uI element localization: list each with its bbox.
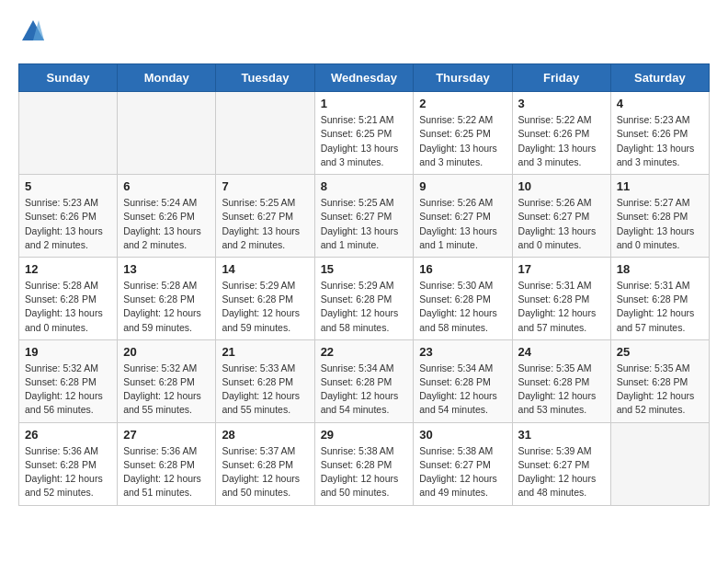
calendar-cell: 2Sunrise: 5:22 AM Sunset: 6:25 PM Daylig… [414,92,512,175]
calendar-week-row: 1Sunrise: 5:21 AM Sunset: 6:25 PM Daylig… [19,92,710,175]
calendar-cell: 23Sunrise: 5:34 AM Sunset: 6:28 PM Dayli… [414,339,512,422]
day-info: Sunrise: 5:25 AM Sunset: 6:27 PM Dayligh… [222,196,308,252]
calendar-cell [610,422,709,505]
calendar-header-wednesday: Wednesday [314,64,414,92]
day-number: 10 [518,179,605,193]
day-number: 31 [518,428,605,442]
calendar-cell: 13Sunrise: 5:28 AM Sunset: 6:28 PM Dayli… [118,257,216,339]
calendar-cell: 9Sunrise: 5:26 AM Sunset: 6:27 PM Daylig… [414,175,512,258]
day-info: Sunrise: 5:21 AM Sunset: 6:25 PM Dayligh… [321,113,408,169]
calendar-cell: 16Sunrise: 5:30 AM Sunset: 6:28 PM Dayli… [414,257,512,339]
calendar-cell: 8Sunrise: 5:25 AM Sunset: 6:27 PM Daylig… [314,175,414,258]
calendar-cell: 14Sunrise: 5:29 AM Sunset: 6:28 PM Dayli… [216,257,314,339]
calendar-cell [216,92,314,175]
calendar-cell: 22Sunrise: 5:34 AM Sunset: 6:28 PM Dayli… [314,339,414,422]
calendar-cell: 1Sunrise: 5:21 AM Sunset: 6:25 PM Daylig… [314,92,414,175]
calendar-header-sunday: Sunday [19,64,118,92]
calendar-cell: 25Sunrise: 5:35 AM Sunset: 6:28 PM Dayli… [610,339,709,422]
day-info: Sunrise: 5:32 AM Sunset: 6:28 PM Dayligh… [25,362,111,418]
day-info: Sunrise: 5:32 AM Sunset: 6:28 PM Dayligh… [123,362,210,418]
calendar-cell: 20Sunrise: 5:32 AM Sunset: 6:28 PM Dayli… [118,339,216,422]
calendar-week-row: 5Sunrise: 5:23 AM Sunset: 6:26 PM Daylig… [19,175,710,258]
calendar-cell [19,92,118,175]
day-info: Sunrise: 5:29 AM Sunset: 6:28 PM Dayligh… [321,279,408,335]
calendar-header-row: SundayMondayTuesdayWednesdayThursdayFrid… [19,64,710,92]
day-info: Sunrise: 5:37 AM Sunset: 6:28 PM Dayligh… [222,444,308,500]
day-info: Sunrise: 5:25 AM Sunset: 6:27 PM Dayligh… [321,196,408,252]
day-number: 6 [123,179,210,193]
day-number: 13 [123,262,210,276]
day-info: Sunrise: 5:38 AM Sunset: 6:27 PM Dayligh… [419,444,506,500]
calendar-cell: 29Sunrise: 5:38 AM Sunset: 6:28 PM Dayli… [314,422,414,505]
day-number: 1 [321,97,408,110]
calendar-cell: 6Sunrise: 5:24 AM Sunset: 6:26 PM Daylig… [118,175,216,258]
day-number: 22 [321,345,408,359]
day-number: 8 [321,179,408,193]
day-info: Sunrise: 5:33 AM Sunset: 6:28 PM Dayligh… [222,362,308,418]
calendar-week-row: 19Sunrise: 5:32 AM Sunset: 6:28 PM Dayli… [19,339,710,422]
calendar-cell: 18Sunrise: 5:31 AM Sunset: 6:28 PM Dayli… [610,257,709,339]
day-number: 29 [321,428,408,442]
day-number: 26 [25,428,111,442]
day-info: Sunrise: 5:36 AM Sunset: 6:28 PM Dayligh… [25,444,111,500]
day-info: Sunrise: 5:22 AM Sunset: 6:26 PM Dayligh… [518,113,605,169]
day-number: 16 [419,262,506,276]
logo-icon [20,18,46,44]
day-info: Sunrise: 5:38 AM Sunset: 6:28 PM Dayligh… [321,444,408,500]
calendar-header-thursday: Thursday [414,64,512,92]
calendar-week-row: 12Sunrise: 5:28 AM Sunset: 6:28 PM Dayli… [19,257,710,339]
day-info: Sunrise: 5:26 AM Sunset: 6:27 PM Dayligh… [518,196,605,252]
day-number: 9 [419,179,506,193]
day-number: 17 [518,262,605,276]
day-info: Sunrise: 5:28 AM Sunset: 6:28 PM Dayligh… [123,279,210,335]
day-number: 5 [25,179,111,193]
day-number: 15 [321,262,408,276]
calendar-cell: 28Sunrise: 5:37 AM Sunset: 6:28 PM Dayli… [216,422,314,505]
day-info: Sunrise: 5:22 AM Sunset: 6:25 PM Dayligh… [419,113,506,169]
day-info: Sunrise: 5:24 AM Sunset: 6:26 PM Dayligh… [123,196,210,252]
calendar-header-tuesday: Tuesday [216,64,314,92]
calendar-cell: 4Sunrise: 5:23 AM Sunset: 6:26 PM Daylig… [610,92,709,175]
calendar-cell: 24Sunrise: 5:35 AM Sunset: 6:28 PM Dayli… [512,339,610,422]
calendar-cell: 17Sunrise: 5:31 AM Sunset: 6:28 PM Dayli… [512,257,610,339]
day-number: 27 [123,428,210,442]
day-info: Sunrise: 5:39 AM Sunset: 6:27 PM Dayligh… [518,444,605,500]
calendar-cell: 19Sunrise: 5:32 AM Sunset: 6:28 PM Dayli… [19,339,118,422]
day-number: 21 [222,345,308,359]
day-info: Sunrise: 5:36 AM Sunset: 6:28 PM Dayligh… [123,444,210,500]
day-number: 23 [419,345,506,359]
calendar-header-friday: Friday [512,64,610,92]
day-number: 3 [518,97,605,110]
day-info: Sunrise: 5:26 AM Sunset: 6:27 PM Dayligh… [419,196,506,252]
calendar-cell: 15Sunrise: 5:29 AM Sunset: 6:28 PM Dayli… [314,257,414,339]
calendar-cell: 21Sunrise: 5:33 AM Sunset: 6:28 PM Dayli… [216,339,314,422]
day-number: 11 [617,179,703,193]
day-info: Sunrise: 5:31 AM Sunset: 6:28 PM Dayligh… [617,279,703,335]
day-info: Sunrise: 5:27 AM Sunset: 6:28 PM Dayligh… [617,196,703,252]
day-info: Sunrise: 5:35 AM Sunset: 6:28 PM Dayligh… [518,362,605,418]
calendar-cell: 10Sunrise: 5:26 AM Sunset: 6:27 PM Dayli… [512,175,610,258]
calendar-header-monday: Monday [118,64,216,92]
day-info: Sunrise: 5:23 AM Sunset: 6:26 PM Dayligh… [617,113,703,169]
calendar-cell: 27Sunrise: 5:36 AM Sunset: 6:28 PM Dayli… [118,422,216,505]
calendar-table: SundayMondayTuesdayWednesdayThursdayFrid… [18,63,710,505]
calendar-cell: 12Sunrise: 5:28 AM Sunset: 6:28 PM Dayli… [19,257,118,339]
day-number: 7 [222,179,308,193]
day-number: 24 [518,345,605,359]
day-number: 19 [25,345,111,359]
day-number: 2 [419,97,506,110]
day-number: 20 [123,345,210,359]
calendar-week-row: 26Sunrise: 5:36 AM Sunset: 6:28 PM Dayli… [19,422,710,505]
day-number: 14 [222,262,308,276]
day-number: 18 [617,262,703,276]
calendar-cell: 11Sunrise: 5:27 AM Sunset: 6:28 PM Dayli… [610,175,709,258]
page-header [18,18,710,49]
day-info: Sunrise: 5:35 AM Sunset: 6:28 PM Dayligh… [617,362,703,418]
day-number: 12 [25,262,111,276]
logo [18,18,46,49]
day-info: Sunrise: 5:29 AM Sunset: 6:28 PM Dayligh… [222,279,308,335]
day-number: 30 [419,428,506,442]
day-number: 25 [617,345,703,359]
day-info: Sunrise: 5:30 AM Sunset: 6:28 PM Dayligh… [419,279,506,335]
calendar-cell: 3Sunrise: 5:22 AM Sunset: 6:26 PM Daylig… [512,92,610,175]
